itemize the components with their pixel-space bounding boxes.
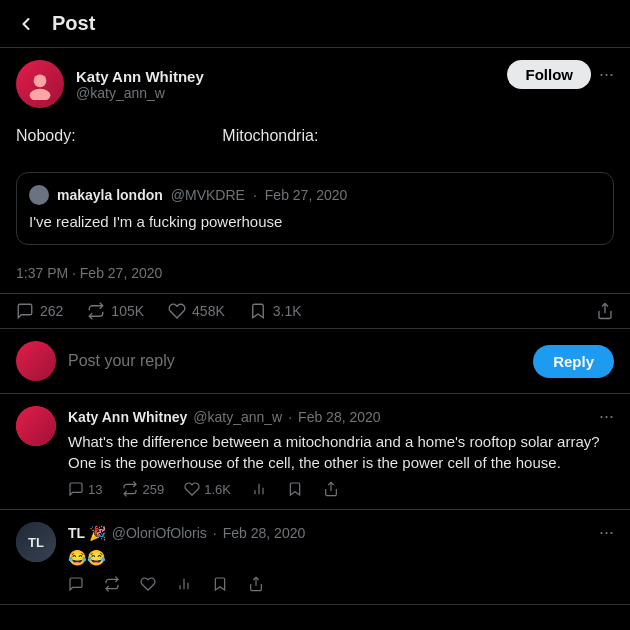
- quoted-author-name: makayla london: [57, 187, 163, 203]
- reply-input-section: Reply: [0, 329, 630, 394]
- post-author-section: Katy Ann Whitney @katy_ann_w Follow ···: [0, 48, 630, 120]
- reply-button[interactable]: Reply: [533, 345, 614, 378]
- follow-button[interactable]: Follow: [507, 60, 591, 89]
- reply-tweet-1: Katy Ann Whitney @katy_ann_w · Feb 28, 2…: [0, 394, 630, 510]
- back-button[interactable]: [16, 14, 36, 34]
- author-right: Follow ···: [507, 60, 614, 89]
- header: Post: [0, 0, 630, 48]
- comment-action[interactable]: 262: [16, 302, 63, 320]
- author-handle: @katy_ann_w: [76, 85, 204, 101]
- avatar: [16, 60, 64, 108]
- quoted-author-handle: @MVKDRE: [171, 187, 245, 203]
- reply2-retweet-action[interactable]: [104, 576, 120, 592]
- like-count: 458K: [192, 303, 225, 319]
- reply1-like-count: 1.6K: [204, 482, 231, 497]
- reply1-text: What's the difference between a mitochon…: [68, 431, 614, 473]
- svg-point-1: [30, 89, 51, 100]
- reply2-more-button[interactable]: ···: [599, 522, 614, 543]
- post-body: Nobody: Mitochondria:: [0, 120, 630, 160]
- post-text-right: Mitochondria:: [222, 127, 318, 144]
- reply2-content: TL 🎉 @OloriOfOloris · Feb 28, 2020 ··· 😂…: [68, 522, 614, 592]
- author-info: Katy Ann Whitney @katy_ann_w: [76, 68, 204, 101]
- reply1-content: Katy Ann Whitney @katy_ann_w · Feb 28, 2…: [68, 406, 614, 497]
- reply-tweet-2: TL TL 🎉 @OloriOfOloris · Feb 28, 2020 ··…: [0, 510, 630, 605]
- reply1-header: Katy Ann Whitney @katy_ann_w · Feb 28, 2…: [68, 406, 614, 427]
- reply2-handle: @OloriOfOloris: [112, 525, 207, 541]
- svg-point-0: [34, 74, 47, 87]
- page-title: Post: [52, 12, 95, 35]
- reply1-like-action[interactable]: 1.6K: [184, 481, 231, 497]
- reply1-actions: 13 259 1.6K: [68, 481, 614, 497]
- reply2-header: TL 🎉 @OloriOfOloris · Feb 28, 2020 ···: [68, 522, 614, 543]
- bookmark-action[interactable]: 3.1K: [249, 302, 302, 320]
- reply2-text: 😂😂: [68, 547, 614, 568]
- author-name: Katy Ann Whitney: [76, 68, 204, 85]
- more-button[interactable]: ···: [599, 64, 614, 85]
- author-left: Katy Ann Whitney @katy_ann_w: [16, 60, 204, 108]
- reply1-avatar: [16, 406, 56, 446]
- retweet-action[interactable]: 105K: [87, 302, 144, 320]
- timestamp: 1:37 PM · Feb 27, 2020: [0, 257, 630, 294]
- reply2-like-action[interactable]: [140, 576, 156, 592]
- post-text: Nobody: Mitochondria:: [16, 124, 614, 148]
- reply2-actions: [68, 576, 614, 592]
- reply2-avatar: TL: [16, 522, 56, 562]
- reply2-comment-action[interactable]: [68, 576, 84, 592]
- post-text-left: Nobody:: [16, 127, 76, 144]
- reply1-retweet-count: 259: [142, 482, 164, 497]
- reply1-retweet-action[interactable]: 259: [122, 481, 164, 497]
- quoted-date: Feb 27, 2020: [265, 187, 348, 203]
- quoted-author: makayla london @MVKDRE · Feb 27, 2020: [29, 185, 601, 205]
- reply-input[interactable]: [68, 352, 521, 370]
- retweet-count: 105K: [111, 303, 144, 319]
- quoted-tweet: makayla london @MVKDRE · Feb 27, 2020 I'…: [16, 172, 614, 245]
- reply-avatar: [16, 341, 56, 381]
- action-bar: 262 105K 458K 3.1K: [0, 294, 630, 329]
- like-action[interactable]: 458K: [168, 302, 225, 320]
- reply2-name: TL 🎉: [68, 525, 106, 541]
- reply1-comment-action[interactable]: 13: [68, 481, 102, 497]
- reply1-share-action[interactable]: [323, 481, 339, 497]
- quoted-avatar: [29, 185, 49, 205]
- comment-count: 262: [40, 303, 63, 319]
- reply2-analytics-action[interactable]: [176, 576, 192, 592]
- reply2-share-action[interactable]: [248, 576, 264, 592]
- reply1-handle: @katy_ann_w: [193, 409, 282, 425]
- reply1-bookmark-action[interactable]: [287, 481, 303, 497]
- reply1-name: Katy Ann Whitney: [68, 409, 187, 425]
- reply1-analytics-action[interactable]: [251, 481, 267, 497]
- reply1-comment-count: 13: [88, 482, 102, 497]
- bookmark-count: 3.1K: [273, 303, 302, 319]
- reply2-bookmark-action[interactable]: [212, 576, 228, 592]
- reply2-date: Feb 28, 2020: [223, 525, 306, 541]
- quoted-text: I've realized I'm a fucking powerhouse: [29, 211, 601, 232]
- reply1-more-button[interactable]: ···: [599, 406, 614, 427]
- share-action[interactable]: [596, 302, 614, 320]
- reply1-date: Feb 28, 2020: [298, 409, 381, 425]
